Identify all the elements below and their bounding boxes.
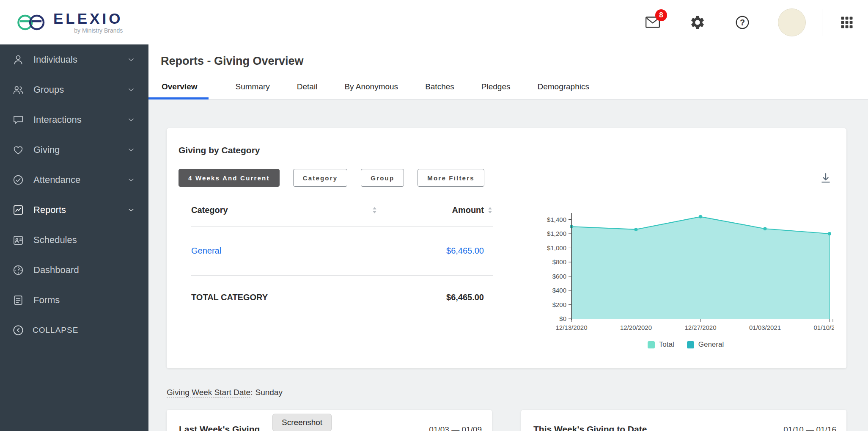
legend-item-general[interactable]: General [687,340,724,349]
sidebar-item-dashboard[interactable]: Dashboard [0,255,148,285]
tab-overview[interactable]: Overview [148,75,209,99]
sidebar-item-label: Forms [33,295,60,306]
chevron-down-icon [126,115,136,124]
legend-label-total: Total [659,340,674,349]
giving-chart-block: $0$200$400$600$800$1,000$1,200$1,40012/1… [538,205,834,349]
main-content: Reports - Giving Overview Overview Summa… [148,44,868,431]
sidebar-item-reports[interactable]: Reports [0,195,148,225]
sidebar-item-attendance[interactable]: Attendance [0,165,148,195]
filter-more-filters-button[interactable]: More Filters [418,169,484,187]
elexio-logo-mark-icon [17,12,47,33]
filter-bar: 4 Weeks And Current Category Group More … [179,169,834,187]
legend-swatch-general [687,341,694,348]
screenshot-tooltip: Screenshot [272,414,332,431]
sidebar-item-label: Groups [33,84,64,95]
avatar[interactable] [778,8,806,36]
table-header-row: Category Amount [191,205,493,227]
legend-swatch-total [648,341,655,348]
week-start-separator: : [250,388,253,397]
mail-button[interactable]: 8 [643,13,662,32]
gear-icon [689,14,706,30]
this-week-date-range: 01/10 — 01/16 [783,425,836,431]
sidebar-item-label: Interactions [33,114,82,125]
logo-brand-text: ELEXIO [53,11,123,26]
giving-trend-chart: $0$200$400$600$800$1,000$1,200$1,40012/1… [538,205,834,334]
mail-badge: 8 [655,9,667,21]
sidebar-item-forms[interactable]: Forms [0,285,148,315]
filter-group-button[interactable]: Group [361,169,404,187]
tab-detail[interactable]: Detail [297,75,318,99]
week-start-value: Sunday [255,388,282,397]
svg-text:12/13/2020: 12/13/2020 [555,324,587,331]
sidebar-nav: Individuals Groups Interactions Giving [0,44,148,431]
help-button[interactable]: ? [733,13,752,32]
sidebar-item-label: Reports [33,204,66,216]
heart-icon [11,143,25,157]
sidebar-item-groups[interactable]: Groups [0,75,148,105]
tab-pledges[interactable]: Pledges [481,75,511,99]
report-chart-icon [11,203,25,217]
collapse-label: COLLAPSE [33,326,78,335]
column-header-category[interactable]: Category [191,205,377,215]
sidebar-item-label: Attendance [33,174,80,185]
apps-grid-button[interactable] [838,14,855,31]
document-icon [11,293,25,307]
last-week-date-range: 01/03 — 01/09 [429,425,482,431]
tab-by-anonymous[interactable]: By Anonymous [344,75,398,99]
report-body: Giving by Category 4 Weeks And Current C… [148,99,868,431]
page-header: Reports - Giving Overview Overview Summa… [148,44,868,99]
chevron-left-circle-icon [11,323,25,337]
download-button[interactable] [818,170,834,186]
giving-by-category-card: Giving by Category 4 Weeks And Current C… [167,128,846,368]
column-label-category: Category [191,205,228,215]
tab-batches[interactable]: Batches [425,75,454,99]
sidebar-collapse-button[interactable]: COLLAPSE [0,315,148,345]
column-label-amount: Amount [452,205,484,215]
help-icon: ? [734,14,750,30]
svg-text:01/03/2021: 01/03/2021 [749,324,781,331]
sort-icon[interactable] [372,206,377,214]
id-card-icon [11,233,25,247]
sidebar-item-schedules[interactable]: Schedules [0,225,148,255]
last-week-title: Last Week's Giving [179,424,260,431]
sidebar-item-giving[interactable]: Giving [0,135,148,165]
giving-week-start: Giving Week Start Date:Sunday [167,388,846,397]
person-icon [11,53,25,66]
legend-item-total[interactable]: Total [648,340,674,349]
filter-weeks-button[interactable]: 4 Weeks And Current [179,169,280,187]
svg-text:12/27/2020: 12/27/2020 [684,324,716,331]
check-circle-icon [11,173,25,187]
filter-category-button[interactable]: Category [293,169,348,187]
svg-text:$800: $800 [552,258,566,265]
sidebar-item-label: Dashboard [33,265,79,276]
total-amount: $6,465.00 [446,293,484,302]
table-total-row: TOTAL CATEGORY $6,465.00 [191,276,493,302]
tab-demographics[interactable]: Demographics [537,75,589,99]
sort-icon[interactable] [487,206,493,214]
chevron-down-icon [126,55,136,64]
sidebar-item-interactions[interactable]: Interactions [0,105,148,135]
sidebar-item-individuals[interactable]: Individuals [0,44,148,75]
sidebar-item-label: Schedules [33,235,77,246]
report-tabs: Overview Summary Detail By Anonymous Bat… [148,75,868,99]
category-link[interactable]: General [191,246,221,256]
sidebar-item-label: Individuals [33,54,77,65]
settings-button[interactable] [688,13,707,32]
week-start-label[interactable]: Giving Week Start Date [167,388,250,398]
chat-icon [11,113,25,127]
svg-text:$200: $200 [552,301,566,308]
chevron-down-icon [126,85,136,94]
table-row: General $6,465.00 [191,227,493,276]
top-header: ELEXIO by Ministry Brands 8 [0,0,868,44]
card-title: Giving by Category [179,145,834,155]
column-header-amount[interactable]: Amount [377,205,493,215]
elexio-logo[interactable]: ELEXIO by Ministry Brands [17,11,123,34]
sidebar-item-label: Giving [33,144,60,155]
tab-summary[interactable]: Summary [236,75,270,99]
header-divider [822,9,822,36]
logo-tagline: by Ministry Brands [53,27,123,34]
chart-legend: Total General [538,340,834,349]
total-label: TOTAL CATEGORY [191,293,268,302]
svg-text:01/10/2021: 01/10/2021 [813,324,834,331]
amount-link[interactable]: $6,465.00 [446,246,484,256]
